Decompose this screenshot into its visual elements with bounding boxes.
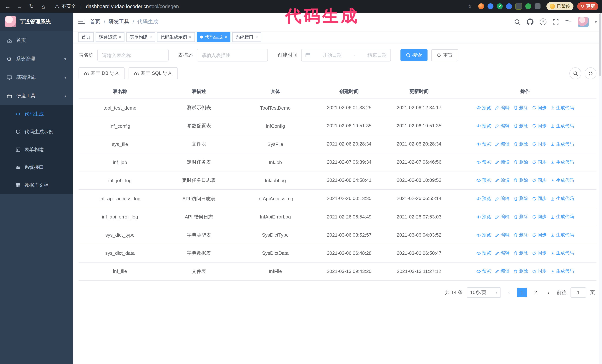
sync-link[interactable]: 同步 (532, 232, 547, 238)
tab-home[interactable]: 首页 (78, 32, 94, 42)
tab-close-icon[interactable]: × (149, 34, 152, 40)
sidebar-subitem-codegen[interactable]: 代码生成 (0, 105, 73, 123)
goto-page-input[interactable] (570, 287, 586, 298)
prev-page-button[interactable]: ‹ (505, 289, 513, 296)
help-icon[interactable]: ? (540, 19, 547, 25)
github-icon[interactable] (527, 19, 533, 25)
browser-extension-icon[interactable] (535, 3, 540, 9)
refresh-table-button[interactable] (585, 67, 596, 79)
tab-system-api[interactable]: 系统接口 × (232, 32, 261, 42)
sync-link[interactable]: 同步 (532, 159, 547, 166)
edit-link[interactable]: 编辑 (495, 104, 510, 111)
toggle-search-button[interactable] (570, 67, 581, 79)
sidebar-subitem-db-doc[interactable]: 数据库文档 (0, 176, 73, 194)
browser-reload-icon[interactable]: ↻ (27, 3, 36, 10)
scrollbar-thumb[interactable] (599, 13, 601, 76)
import-sql-button[interactable]: 基于 SQL 导入 (129, 67, 178, 79)
browser-extension-icon[interactable] (506, 3, 512, 9)
profile-paused-badge[interactable]: 已暂停 (547, 2, 573, 10)
sync-link[interactable]: 同步 (532, 141, 547, 147)
import-db-button[interactable]: 基于 DB 导入 (78, 67, 125, 79)
tab-close-icon[interactable]: × (189, 34, 192, 40)
edit-link[interactable]: 编辑 (495, 177, 510, 184)
edit-link[interactable]: 编辑 (495, 250, 510, 256)
tab-close-icon[interactable]: × (225, 34, 227, 40)
generate-link[interactable]: 生成代码 (551, 268, 574, 275)
preview-link[interactable]: 预览 (477, 104, 491, 111)
tab-close-icon[interactable]: × (255, 34, 258, 40)
generate-link[interactable]: 生成代码 (551, 141, 574, 147)
browser-home-icon[interactable]: ⌂ (39, 3, 47, 10)
scrollbar-track[interactable] (599, 13, 602, 364)
search-icon[interactable] (514, 19, 520, 25)
edit-link[interactable]: 编辑 (495, 196, 510, 202)
table-name-input[interactable] (97, 49, 168, 62)
hamburger-icon[interactable] (78, 20, 85, 24)
page-button-1[interactable]: 1 (517, 288, 527, 297)
delete-link[interactable]: 删除 (514, 196, 528, 202)
next-page-button[interactable]: › (545, 289, 553, 296)
sync-link[interactable]: 同步 (532, 196, 547, 202)
sidebar-item-home[interactable]: 首页 (0, 31, 73, 50)
preview-link[interactable]: 预览 (477, 123, 491, 129)
sync-link[interactable]: 同步 (532, 104, 547, 111)
font-size-icon[interactable] (565, 19, 572, 25)
chevron-down-icon[interactable]: ▾ (595, 20, 597, 24)
logo[interactable]: 芋道管理系统 (0, 13, 73, 31)
delete-link[interactable]: 删除 (514, 177, 528, 184)
generate-link[interactable]: 生成代码 (551, 159, 574, 166)
sync-link[interactable]: 同步 (532, 214, 547, 220)
edit-link[interactable]: 编辑 (495, 268, 510, 275)
preview-link[interactable]: 预览 (477, 268, 491, 275)
delete-link[interactable]: 删除 (514, 159, 528, 166)
breadcrumb-home[interactable]: 首页 (90, 19, 100, 25)
table-desc-input[interactable] (197, 49, 268, 62)
page-button-2[interactable]: 2 (531, 288, 540, 297)
tab-codegen-example[interactable]: 代码生成示例 × (157, 32, 195, 42)
generate-link[interactable]: 生成代码 (551, 177, 574, 184)
delete-link[interactable]: 删除 (514, 141, 528, 147)
tab-codegen[interactable]: 代码生成 × (197, 32, 230, 42)
preview-link[interactable]: 预览 (477, 177, 491, 184)
sync-link[interactable]: 同步 (532, 177, 547, 184)
edit-link[interactable]: 编辑 (495, 232, 510, 238)
sync-link[interactable]: 同步 (532, 123, 547, 129)
generate-link[interactable]: 生成代码 (551, 232, 574, 238)
browser-extension-icon[interactable] (487, 3, 494, 9)
generate-link[interactable]: 生成代码 (551, 250, 574, 256)
reset-button[interactable]: 重置 (431, 49, 458, 61)
date-range-picker[interactable]: 开始日期 - 结束日期 (301, 49, 391, 62)
preview-link[interactable]: 预览 (477, 250, 491, 256)
tab-form-builder[interactable]: 表单构建 × (126, 32, 155, 42)
delete-link[interactable]: 删除 (514, 214, 528, 220)
search-button[interactable]: 搜索 (400, 49, 428, 61)
preview-link[interactable]: 预览 (477, 196, 491, 202)
browser-update-button[interactable]: ↻ 更新 (577, 2, 598, 10)
delete-link[interactable]: 删除 (514, 123, 528, 129)
preview-link[interactable]: 预览 (477, 159, 491, 166)
sidebar-subitem-system-api[interactable]: 系统接口 (0, 158, 73, 176)
sidebar-subitem-codegen-example[interactable]: 代码生成示例 (0, 123, 73, 141)
tab-tracing[interactable]: 链路追踪 × (96, 32, 124, 42)
browser-forward-icon[interactable]: → (16, 3, 24, 10)
browser-extension-icon[interactable] (525, 3, 531, 9)
generate-link[interactable]: 生成代码 (551, 196, 574, 202)
generate-link[interactable]: 生成代码 (551, 214, 574, 220)
generate-link[interactable]: 生成代码 (551, 123, 574, 129)
tab-close-icon[interactable]: × (118, 34, 121, 40)
edit-link[interactable]: 编辑 (495, 159, 510, 166)
delete-link[interactable]: 删除 (514, 232, 528, 238)
user-avatar[interactable] (578, 16, 589, 27)
edit-link[interactable]: 编辑 (495, 214, 510, 220)
breadcrumb-group[interactable]: 研发工具 (108, 19, 129, 25)
bookmark-star-icon[interactable]: ☆ (467, 3, 472, 10)
edit-link[interactable]: 编辑 (495, 123, 510, 129)
browser-extension-icon[interactable] (515, 3, 522, 10)
preview-link[interactable]: 预览 (477, 141, 491, 147)
sidebar-subitem-form-builder[interactable]: 表单构建 (0, 141, 73, 158)
page-size-select[interactable]: 10条/页 ▾ (467, 287, 501, 298)
browser-back-icon[interactable]: ← (4, 3, 12, 10)
delete-link[interactable]: 删除 (514, 104, 528, 111)
delete-link[interactable]: 删除 (514, 268, 528, 275)
security-indicator[interactable]: ⚠ 不安全 (55, 3, 76, 10)
